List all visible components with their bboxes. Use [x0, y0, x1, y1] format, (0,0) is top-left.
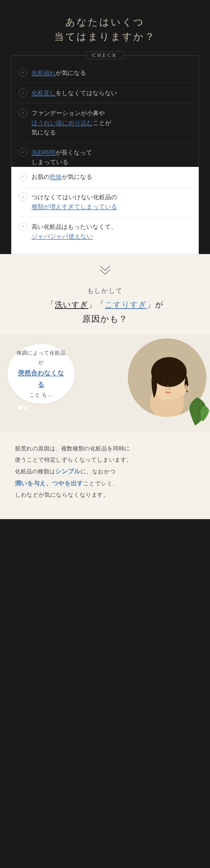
leaf-icon	[186, 396, 210, 426]
check-container: CHECK 化粧崩れが気になる 化粧直しをしなくてはならない フ	[0, 55, 210, 254]
check-text-7: 高い化粧品はもったいなくて、 ジャバジャバ使えない	[32, 222, 117, 241]
check-text-6: つけなくてはいけない化粧品の 種類が増えすぎてしまっている	[32, 192, 117, 212]
cause-section: もしかして 「洗いすぎ」「こすりすぎ」が 原因かも？	[0, 254, 210, 335]
bubble-circle-small	[24, 407, 27, 409]
svg-point-4	[163, 381, 166, 383]
check-icon-6	[19, 193, 27, 201]
maybe-text: もしかして	[7, 286, 203, 295]
cause-sub-text: 原因かも？	[7, 312, 203, 326]
photo-bubble-section: 体調によって化粧品が 突然合わなくなる こと も…	[0, 335, 210, 432]
bubble-circle-large	[19, 405, 23, 409]
hero-title: あなたはいくつ 当てはまりますか？	[7, 15, 203, 44]
speech-bubble-wrapper: 体調によって化粧品が 突然合わなくなる こと も…	[7, 344, 75, 409]
check-item-2: 化粧直しをしなくてはならない	[19, 83, 191, 103]
check-icon-1	[19, 68, 27, 77]
check-item-5: お肌の乾燥が気になる	[19, 167, 191, 187]
check-icon-7	[19, 222, 27, 231]
check-text-5: お肌の乾燥が気になる	[32, 172, 92, 182]
check-icon-5	[19, 173, 27, 181]
check-text-1: 化粧崩れが気になる	[32, 68, 86, 78]
svg-point-5	[172, 381, 175, 383]
check-text-2: 化粧直しをしなくてはならない	[32, 88, 117, 98]
speech-bubble: 体調によって化粧品が 突然合わなくなる こと も…	[7, 344, 75, 404]
down-arrow	[7, 265, 203, 277]
svg-rect-7	[185, 385, 187, 391]
leaf-decoration	[186, 396, 210, 426]
check-item-4: 洗顔時間が長くなって しまっている	[19, 143, 191, 167]
check-item-7: 高い化粧品はもったいなくて、 ジャバジャバ使えない	[19, 217, 191, 246]
bottom-text: 肌荒れの原因は、複数種類の化粧品を同時に 使うことで特定しずらくなってしまいます…	[15, 443, 195, 500]
check-icon-4	[19, 148, 27, 156]
check-item-3: ファンデーションが小鼻や ほうれい線にめり込むことが 気になる	[19, 103, 191, 143]
check-text-4: 洗顔時間が長くなって しまっている	[32, 148, 92, 167]
bubble-circles	[7, 405, 75, 409]
check-item-6: つけなくてはいけない化粧品の 種類が増えすぎてしまっている	[19, 187, 191, 217]
check-text-3: ファンデーションが小鼻や ほうれい線にめり込むことが 気になる	[32, 108, 111, 137]
hero-section: あなたはいくつ 当てはまりますか？	[0, 0, 210, 55]
check-item-1: 化粧崩れが気になる	[19, 63, 191, 83]
check-label: CHECK	[92, 52, 118, 58]
cause-main-text: 「洗いすぎ」「こすりすぎ」が	[7, 299, 203, 311]
svg-rect-6	[183, 385, 185, 391]
bottom-section: 肌荒れの原因は、複数種類の化粧品を同時に 使うことで特定しずらくなってしまいます…	[0, 432, 210, 519]
check-icon-2	[19, 89, 27, 97]
bubble-highlight: 突然合わなくなる	[18, 369, 64, 388]
check-icon-3	[19, 109, 27, 117]
chevron-down-icon	[98, 265, 112, 276]
bubble-text: 体調によって化粧品が 突然合わなくなる こと も…	[15, 348, 67, 400]
check-light-section: お肌の乾燥が気になる つけなくてはいけない化粧品の 種類が増えすぎてしまっている…	[11, 167, 199, 254]
svg-rect-8	[187, 386, 189, 391]
